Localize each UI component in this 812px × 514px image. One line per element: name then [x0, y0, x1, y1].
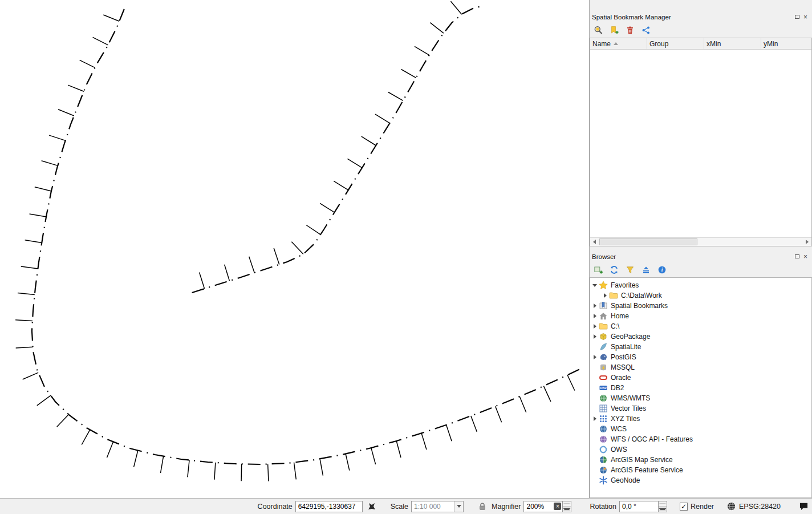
- expand-arrow-icon[interactable]: [592, 313, 598, 319]
- float-browser-button[interactable]: [793, 253, 801, 261]
- browser-item-favorites[interactable]: Favorites: [590, 280, 811, 290]
- bookmark-table-body[interactable]: [590, 50, 811, 237]
- spin-down-button[interactable]: [659, 507, 667, 512]
- arcgis-feature-icon: [599, 466, 608, 475]
- browser-item-data-work[interactable]: C:\Data\Work: [590, 290, 811, 301]
- column-header-ymin[interactable]: yMin: [761, 38, 811, 49]
- render-checkbox[interactable]: ✓: [680, 503, 688, 511]
- float-panel-button[interactable]: [793, 13, 801, 21]
- spacer: [592, 467, 598, 473]
- browser-item-spatial-bookmarks[interactable]: Spatial Bookmarks: [590, 301, 811, 311]
- browser-item-c-drive[interactable]: C:\: [590, 321, 811, 331]
- scrollbar-thumb[interactable]: [599, 238, 697, 245]
- browser-item-wms-wmts[interactable]: WMS/WMTS: [590, 393, 811, 403]
- lock-scale-button[interactable]: [476, 500, 489, 513]
- mssql-icon: [599, 363, 608, 372]
- crs-label[interactable]: EPSG:28420: [739, 503, 781, 511]
- coordinate-input[interactable]: [295, 501, 363, 512]
- messages-icon[interactable]: [799, 501, 809, 511]
- browser-item-label: C:\Data\Work: [621, 292, 662, 300]
- column-header-group[interactable]: Group: [647, 38, 704, 49]
- arcgis-map-icon: [599, 455, 608, 464]
- wcs-icon: [599, 424, 608, 434]
- spin-up-button[interactable]: [563, 501, 571, 507]
- clear-icon[interactable]: ×: [554, 503, 561, 510]
- browser-item-label: DB2: [611, 384, 624, 392]
- scale-label: Scale: [391, 503, 408, 511]
- browser-item-ows[interactable]: OWS: [590, 444, 811, 455]
- browser-panel-titlebar: Browser ×: [590, 251, 812, 262]
- browser-item-geopackage[interactable]: GeoPackage: [590, 331, 811, 342]
- rotation-spin-buttons[interactable]: [658, 501, 667, 512]
- browser-item-db2[interactable]: DB2: [590, 383, 811, 393]
- browser-item-geonode[interactable]: GeoNode: [590, 475, 811, 485]
- expand-arrow-icon[interactable]: [592, 416, 598, 422]
- collapse-all-button[interactable]: [640, 264, 652, 276]
- magnifier-spinbox: ×: [523, 501, 571, 512]
- expand-arrow-icon[interactable]: [592, 303, 598, 309]
- coordinate-extent-toggle[interactable]: [366, 500, 378, 513]
- filter-browser-button[interactable]: [624, 264, 636, 276]
- browser-item-wfs[interactable]: WFS / OGC API - Features: [590, 434, 811, 444]
- wfs-icon: [599, 435, 608, 444]
- dropdown-button[interactable]: [454, 501, 463, 512]
- float-icon: [795, 15, 799, 19]
- map-canvas[interactable]: [0, 0, 590, 498]
- expand-arrow-icon[interactable]: [592, 334, 598, 339]
- browser-item-label: PostGIS: [611, 353, 636, 361]
- browser-item-label: MSSQL: [611, 363, 635, 371]
- browser-item-mssql[interactable]: MSSQL: [590, 362, 811, 373]
- browser-item-arcgis-map-service[interactable]: ArcGIS Map Service: [590, 455, 811, 465]
- add-bookmark-icon: [610, 26, 619, 35]
- browser-item-spatialite[interactable]: SpatiaLite: [590, 342, 811, 352]
- oracle-icon: [599, 373, 608, 382]
- collapse-arrow-icon[interactable]: [592, 282, 598, 288]
- column-header-xmin[interactable]: xMin: [704, 38, 761, 49]
- expand-arrow-icon[interactable]: [592, 323, 598, 329]
- scroll-left-button[interactable]: [590, 238, 599, 246]
- browser-item-xyz-tiles[interactable]: XYZ Tiles: [590, 414, 811, 424]
- refresh-button[interactable]: [608, 264, 620, 276]
- close-browser-button[interactable]: ×: [801, 253, 810, 261]
- browser-item-label: Vector Tiles: [611, 404, 646, 412]
- close-panel-button[interactable]: ×: [801, 13, 810, 21]
- spin-down-button[interactable]: [563, 507, 571, 512]
- refresh-icon: [610, 265, 619, 274]
- rotation-spinbox: [619, 501, 667, 512]
- db2-icon: [599, 383, 608, 392]
- chevron-up-icon: [563, 503, 571, 504]
- browser-item-arcgis-feature-service[interactable]: ArcGIS Feature Service: [590, 465, 811, 475]
- spin-up-button[interactable]: [659, 501, 667, 507]
- right-dock: Spatial Bookmark Manager × Name Group xM…: [590, 0, 812, 498]
- column-header-name[interactable]: Name: [590, 38, 647, 49]
- browser-panel-title: Browser: [592, 253, 793, 260]
- zoom-to-bookmark-button[interactable]: [592, 24, 604, 37]
- magnifier-spin-buttons[interactable]: [562, 501, 571, 512]
- chevron-up-icon: [659, 503, 667, 504]
- expand-arrow-icon[interactable]: [592, 354, 598, 360]
- browser-item-postgis[interactable]: PostGIS: [590, 352, 811, 362]
- chevron-down-icon: [457, 505, 461, 508]
- browser-item-label: WMS/WMTS: [611, 394, 650, 402]
- add-bookmark-button[interactable]: [608, 24, 620, 37]
- scroll-left-icon: [593, 240, 596, 244]
- horizontal-scrollbar[interactable]: [590, 237, 811, 246]
- coordinate-label: Coordinate: [258, 503, 293, 511]
- scale-combobox[interactable]: 1:10 000: [411, 501, 464, 512]
- browser-item-home[interactable]: Home: [590, 311, 811, 321]
- bookmark-table: Name Group xMin yMin: [590, 38, 812, 246]
- browser-item-vector-tiles[interactable]: Vector Tiles: [590, 403, 811, 414]
- share-bookmarks-button[interactable]: [640, 24, 652, 37]
- expand-arrow-icon[interactable]: [603, 293, 608, 298]
- delete-bookmark-button[interactable]: [624, 24, 636, 37]
- spacer: [592, 385, 598, 391]
- browser-item-oracle[interactable]: Oracle: [590, 373, 811, 383]
- bookmark-panel-titlebar: Spatial Bookmark Manager ×: [590, 11, 812, 22]
- rotation-input[interactable]: [619, 501, 658, 512]
- rotation-label: Rotation: [590, 503, 616, 511]
- map-canvas-svg: [0, 0, 589, 498]
- scroll-right-button[interactable]: [803, 238, 811, 246]
- add-selected-layers-button[interactable]: [592, 264, 604, 276]
- properties-widget-button[interactable]: [656, 264, 668, 276]
- browser-item-wcs[interactable]: WCS: [590, 424, 811, 434]
